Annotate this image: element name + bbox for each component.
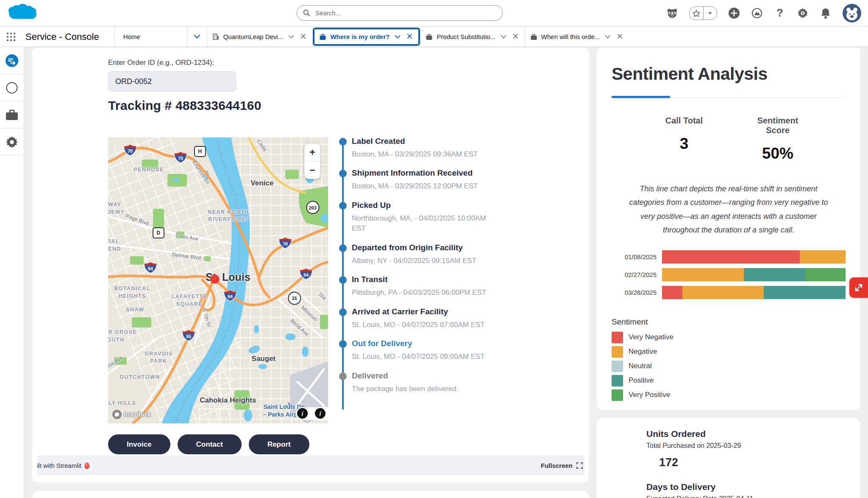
favorites-caret-icon[interactable] [703,7,717,20]
days-to-delivery-title: Days to Delivery [646,482,848,492]
legend-item: Negative [612,346,846,358]
units-ordered-subtitle: Total Purchased on 2025-03-29 [646,442,848,450]
legend-swatch [612,389,623,401]
legend-swatch [612,332,623,343]
fullscreen-icon [576,462,583,469]
home-dropdown-chevron-icon[interactable] [187,27,207,47]
legend-swatch [612,346,623,358]
tab-close-icon[interactable] [616,33,624,41]
units-ordered-title: Units Ordered [646,429,848,439]
sidebar-item-cases[interactable] [0,101,24,129]
sidebar-item-record-circle[interactable] [0,74,24,101]
cases-icon [5,109,19,121]
map-zoom-control: + − [304,143,320,179]
invoice-button[interactable]: Invoice [108,434,170,454]
order-id-input[interactable] [108,71,236,92]
bar-segment-negative [800,250,846,263]
global-search[interactable] [297,5,503,21]
app-name: Service - Console [22,27,114,47]
units-ordered-value: 172 [659,456,848,469]
stacked-bar [662,286,846,299]
tab-product-substitutio[interactable]: Product Substitutio... [420,27,524,47]
favorites-control [689,6,717,20]
help-icon[interactable]: ? [774,7,786,19]
tab-chevron-icon[interactable] [287,33,295,41]
omni-channel-icon [5,54,19,67]
notifications-bell-icon[interactable] [820,7,832,19]
shipment-map[interactable]: ✈ PENROSEKINGSWAY WESTVeniceNEAR NORTH R… [108,137,328,423]
guidance-center-icon[interactable] [751,7,763,19]
map-info-icon[interactable]: i [297,408,308,419]
bar-segment-very-positive [805,268,846,281]
legend-item: Neutral [612,361,846,372]
timeline-dot [339,340,347,348]
app-launcher-icon[interactable] [0,27,22,47]
report-button[interactable]: Report [249,434,309,454]
record-circle-icon [6,81,18,94]
bar-segment-very-negative [662,250,800,263]
content-region: Enter Order ID (e.g., ORD-1234): Trackin… [0,47,868,498]
sentiment-tab-indicator[interactable] [612,95,846,98]
favorites-star-icon[interactable] [690,7,703,20]
mapbox-logo[interactable]: mapbox [112,410,151,419]
timeline-step: Shipment Information ReceivedBoston, MA … [352,168,509,191]
case-icon [530,34,537,40]
tab-close-icon[interactable] [299,33,307,41]
tab-when-will-this-orde[interactable]: When will this orde... [525,27,629,47]
timeline-step: Departed from Origin FacilityAlbany, NY … [352,243,509,266]
timeline-step: Picked UpNorthborough, MA, - 04/01/2025 … [352,201,509,234]
timeline-dot [339,372,347,380]
next-section-card [32,491,589,498]
airport-plane-icon: ✈ [285,400,293,411]
stacked-bar [662,268,846,281]
tab-quantumleap-devi[interactable]: QuantumLeap Devi... [207,27,313,47]
legend-item: Positive [612,375,846,386]
timeline-dot [339,244,347,252]
sidebar-item-omni-channel[interactable] [0,47,24,74]
expand-panel-button[interactable] [849,277,868,298]
days-to-delivery-subtitle: Expected Delivery Date 2025-04-11 [646,495,848,498]
search-input[interactable] [314,9,496,17]
tab-chevron-icon[interactable] [393,33,402,41]
sentiment-title: Sentiment Analysis [612,64,846,84]
tab-close-icon[interactable] [406,33,414,41]
bar-segment-positive [744,268,805,281]
global-add-icon[interactable] [728,7,740,19]
sentiment-analysis-card: Sentiment Analysis Call Total 3 Sentimen… [597,48,860,410]
user-avatar[interactable] [843,4,861,22]
built-with-streamlit[interactable]: ilt with Streamlit [37,462,89,469]
order-id-label: Enter Order ID (e.g., ORD-1234): [108,59,214,67]
timeline-dot [339,276,347,284]
timeline-dot [339,202,347,210]
setup-gear-icon[interactable] [797,7,809,19]
timeline-dot [339,138,347,145]
tab-close-icon[interactable] [512,33,520,41]
timeline-step: In TransitPittsburgh, PA - 04/03/2025 06… [352,275,509,298]
timeline-step: Arrived at Carrier FacilitySt. Louis, MO… [352,307,509,330]
order-action-buttons: InvoiceContactReport [108,434,309,454]
stacked-bar [662,250,846,263]
tab-where-is-my-order[interactable]: Where is my order? [313,28,420,46]
sidebar-item-settings[interactable] [0,129,24,156]
sentiment-legend: Sentiment Very NegativeNegativeNeutralPo… [612,317,846,401]
timeline-step: DeliveredThe package has been delivered. [352,371,509,394]
map-zoom-in-button[interactable]: + [304,143,320,162]
map-feedback-icon[interactable]: i [315,408,326,419]
case-icon [319,34,326,40]
tracking-timeline: Label CreatedBoston, MA - 03/29/2025 09:… [339,137,509,403]
map-zoom-out-button[interactable]: − [304,162,320,179]
contact-button[interactable]: Contact [178,434,242,454]
tab-chevron-icon[interactable] [499,33,508,41]
tab-chevron-icon[interactable] [604,33,612,41]
console-tab-bar: Service - Console Home QuantumLeap Devi.… [0,27,868,47]
bar-segment-very-negative [662,286,682,299]
einstein-assistant-icon[interactable] [666,7,678,19]
header-actions: ? [666,0,861,26]
chart-row-label: 03/28/2025 [612,289,662,296]
streamlit-footer: ilt with Streamlit Fullscreen [37,456,584,475]
call-total-stat: Call Total 3 [622,116,746,162]
salesforce-logo-icon [6,2,36,25]
tab-home[interactable]: Home [115,27,187,47]
workspace-tabs: QuantumLeap Devi...Where is my order?Pro… [207,27,629,47]
fullscreen-button[interactable]: Fullscreen [541,462,583,469]
